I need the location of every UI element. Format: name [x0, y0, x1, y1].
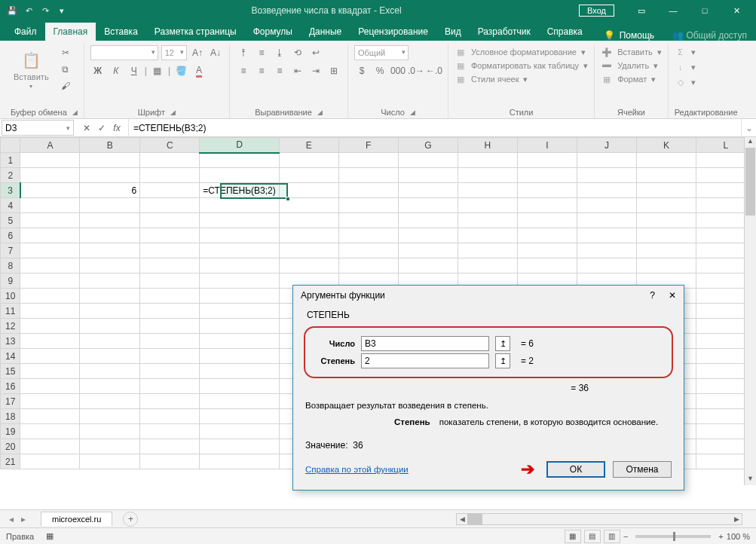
cell-A21[interactable] [20, 454, 80, 469]
select-all-corner[interactable] [1, 138, 20, 153]
scroll-thumb[interactable] [745, 148, 755, 215]
cell-K3[interactable] [636, 183, 696, 198]
border-icon[interactable]: ▦ [150, 63, 165, 78]
cell-F5[interactable] [338, 213, 398, 228]
login-button[interactable]: Вход [579, 5, 614, 17]
cell-I3[interactable] [517, 183, 577, 198]
cell-A12[interactable] [20, 319, 80, 334]
cell-A16[interactable] [20, 379, 80, 394]
conditional-formatting-button[interactable]: ▦Условное форматирование ▾ [455, 45, 588, 59]
save-icon[interactable]: 💾 [6, 5, 18, 17]
tab-page-layout[interactable]: Разметка страницы [146, 23, 245, 41]
col-header-F[interactable]: F [338, 138, 398, 153]
tab-developer[interactable]: Разработчик [470, 23, 539, 41]
cell-F3[interactable] [338, 183, 398, 198]
cell-A18[interactable] [20, 409, 80, 424]
cell-D5[interactable] [200, 213, 279, 228]
cell-D2[interactable] [200, 168, 279, 183]
paste-button[interactable]: 📋 Вставить ▾ [11, 48, 52, 91]
cell-A9[interactable] [20, 274, 80, 289]
close-icon[interactable]: ✕ [721, 2, 751, 20]
cell-D16[interactable] [200, 379, 279, 394]
cell-D3[interactable]: =СТЕПЕНЬ(B3;2) [200, 183, 279, 198]
cell-J7[interactable] [577, 243, 636, 258]
cell-G6[interactable] [398, 228, 458, 243]
collapse-dialog-icon[interactable]: ↥ [495, 336, 510, 351]
cell-K7[interactable] [636, 243, 696, 258]
cell-D6[interactable] [200, 228, 279, 243]
dialog-titlebar[interactable]: Аргументы функции ? ✕ [293, 286, 684, 305]
expand-formula-bar-icon[interactable]: ⌄ [741, 119, 756, 136]
col-header-E[interactable]: E [279, 138, 338, 153]
cell-C21[interactable] [140, 454, 200, 469]
row-header-12[interactable]: 12 [1, 319, 20, 334]
row-header-11[interactable]: 11 [1, 304, 20, 319]
row-header-10[interactable]: 10 [1, 289, 20, 304]
cell-D1[interactable] [200, 153, 279, 168]
cell-G2[interactable] [398, 168, 458, 183]
cell-J2[interactable] [577, 168, 636, 183]
cell-C13[interactable] [140, 334, 200, 349]
cell-B7[interactable] [80, 243, 140, 258]
cell-F7[interactable] [338, 243, 398, 258]
cell-D11[interactable] [200, 304, 279, 319]
enter-formula-icon[interactable]: ✓ [95, 123, 109, 133]
cell-A7[interactable] [20, 243, 80, 258]
col-header-G[interactable]: G [398, 138, 458, 153]
tab-home[interactable]: Главная [45, 23, 96, 41]
cell-A20[interactable] [20, 439, 80, 454]
cell-H8[interactable] [458, 258, 517, 274]
insert-function-icon[interactable]: fx [110, 123, 124, 133]
cell-C7[interactable] [140, 243, 200, 258]
decrease-decimal-icon[interactable]: ←.0 [427, 63, 442, 78]
cell-C17[interactable] [140, 394, 200, 409]
tab-insert[interactable]: Вставка [96, 23, 146, 41]
align-center-icon[interactable]: ≡ [254, 63, 269, 78]
cell-B14[interactable] [80, 349, 140, 364]
tab-review[interactable]: Рецензирование [350, 23, 436, 41]
col-header-D[interactable]: D [200, 138, 279, 153]
row-header-20[interactable]: 20 [1, 439, 20, 454]
cell-F4[interactable] [338, 198, 398, 213]
cell-B11[interactable] [80, 304, 140, 319]
tab-help[interactable]: Справка [539, 23, 591, 41]
cell-K4[interactable] [636, 198, 696, 213]
cell-C4[interactable] [140, 198, 200, 213]
fill-button[interactable]: ↓▾ [675, 60, 696, 74]
row-header-6[interactable]: 6 [1, 228, 20, 243]
cell-H2[interactable] [458, 168, 517, 183]
number-format-combo[interactable]: Общий [354, 45, 409, 60]
tell-me[interactable]: Помощь [620, 30, 654, 41]
cell-D14[interactable] [200, 349, 279, 364]
cell-A2[interactable] [20, 168, 80, 183]
cell-F2[interactable] [338, 168, 398, 183]
fill-color-icon[interactable]: 🪣 [173, 63, 188, 78]
sheet-tab[interactable]: microexcel.ru [41, 512, 112, 526]
font-color-icon[interactable]: A [191, 63, 207, 78]
redo-icon[interactable]: ↷ [39, 5, 51, 17]
normal-view-icon[interactable]: ▦ [565, 530, 581, 543]
cell-D17[interactable] [200, 394, 279, 409]
macro-record-icon[interactable]: ▦ [46, 531, 54, 541]
cell-K6[interactable] [636, 228, 696, 243]
cell-styles-button[interactable]: ▦Стили ячеек ▾ [455, 72, 588, 86]
col-header-C[interactable]: C [140, 138, 200, 153]
scroll-left-icon[interactable]: ◀ [457, 515, 467, 523]
cell-E1[interactable] [279, 153, 338, 168]
cell-J8[interactable] [577, 258, 636, 274]
cell-G8[interactable] [398, 258, 458, 274]
tab-view[interactable]: Вид [436, 23, 470, 41]
decrease-font-icon[interactable]: A↓ [208, 45, 223, 60]
cell-B3[interactable]: 6 [80, 183, 140, 198]
align-bottom-icon[interactable]: ⭳ [272, 45, 287, 60]
orientation-icon[interactable]: ⟲ [290, 45, 305, 60]
cell-E3[interactable] [279, 183, 338, 198]
cell-C10[interactable] [140, 289, 200, 304]
name-box[interactable]: D3 [2, 120, 74, 136]
cancel-button[interactable]: Отмена [613, 461, 672, 478]
maximize-icon[interactable]: □ [690, 2, 720, 20]
cell-B4[interactable] [80, 198, 140, 213]
collapse-dialog-icon[interactable]: ↥ [495, 353, 510, 368]
cell-I7[interactable] [517, 243, 577, 258]
help-icon[interactable]: ? [650, 290, 655, 301]
